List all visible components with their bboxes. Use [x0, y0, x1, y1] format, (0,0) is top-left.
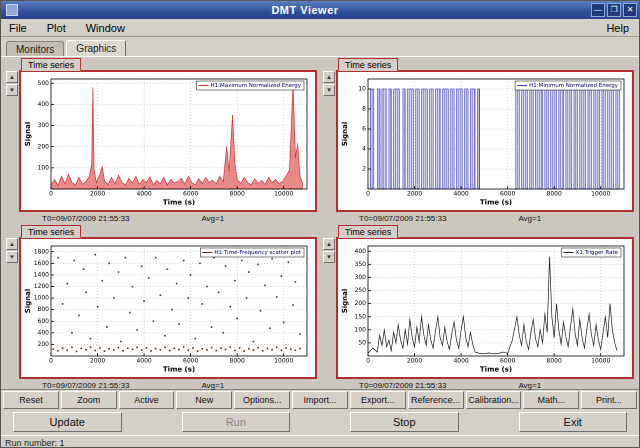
plot-area-trigger-rate[interactable] — [336, 237, 634, 379]
panel-tab-time-series[interactable]: Time series — [21, 58, 81, 71]
pan-down-button[interactable]: ▼ — [6, 251, 18, 263]
app-icon[interactable] — [6, 4, 18, 16]
active-button[interactable]: Active — [119, 391, 175, 409]
new-button[interactable]: New — [176, 391, 232, 409]
export-button[interactable]: Export... — [350, 391, 406, 409]
t0-label: T0=09/07/2009 21:55:33 — [359, 214, 446, 225]
plot-panel-4: Time series ▲ ▼ T0=09/07/2009 21:55:33 A… — [320, 225, 637, 392]
minimize-icon[interactable]: — — [591, 3, 605, 17]
menu-window[interactable]: Window — [84, 21, 127, 35]
import-button[interactable]: Import... — [292, 391, 348, 409]
avg-label: Avg=1 — [518, 214, 541, 225]
panel-side-controls: ▲ ▼ — [6, 237, 19, 379]
plot-panel-2: Time series ▲ ▼ T0=09/07/2009 21:55:33 A… — [320, 58, 637, 225]
plot-area-max-energy[interactable] — [19, 70, 317, 212]
chart-min-normalized-energy[interactable] — [338, 72, 632, 210]
panel-side-controls: ▲ ▼ — [323, 70, 336, 212]
plot-caption: T0=09/07/2009 21:55:33 Avg=1 — [6, 212, 317, 225]
title-bar: DMT Viewer — ❐ ✕ — [1, 1, 639, 19]
t0-label: T0=09/07/2009 21:55:33 — [42, 214, 129, 225]
menu-bar: File Plot Window Help — [1, 19, 639, 37]
window-title: DMT Viewer — [21, 4, 589, 16]
avg-label: Avg=1 — [201, 214, 224, 225]
plot-panel-3: Time series ▲ ▼ T0=09/07/2009 21:55:33 A… — [3, 225, 320, 392]
menu-file[interactable]: File — [7, 21, 29, 35]
reference-button[interactable]: Reference... — [408, 391, 464, 409]
chart-time-frequency-scatter[interactable] — [21, 239, 315, 377]
pan-down-button[interactable]: ▼ — [323, 251, 335, 263]
pan-down-button[interactable]: ▼ — [323, 84, 335, 96]
plot-area-tf-scatter[interactable] — [19, 237, 317, 379]
menu-plot[interactable]: Plot — [45, 21, 68, 35]
pan-up-button[interactable]: ▲ — [323, 238, 335, 250]
plot-caption: T0=09/07/2009 21:55:33 Avg=1 — [323, 212, 634, 225]
update-button[interactable]: Update — [13, 412, 122, 432]
chart-max-normalized-energy[interactable] — [21, 72, 315, 210]
chart-trigger-rate[interactable] — [338, 239, 632, 377]
panel-tab-time-series[interactable]: Time series — [21, 225, 81, 238]
menu-help[interactable]: Help — [604, 21, 631, 35]
options-button[interactable]: Options... — [234, 391, 290, 409]
plot-area-min-energy[interactable] — [336, 70, 634, 212]
maximize-icon[interactable]: ❐ — [607, 3, 621, 17]
calibration-button[interactable]: Calibration... — [466, 391, 522, 409]
plots-grid: Time series ▲ ▼ T0=09/07/2009 21:55:33 A… — [1, 56, 639, 390]
plot-panel-1: Time series ▲ ▼ T0=09/07/2009 21:55:33 A… — [3, 58, 320, 225]
panel-tab-time-series[interactable]: Time series — [338, 58, 398, 71]
zoom-button[interactable]: Zoom — [61, 391, 117, 409]
toolbar-row-2: Update Run Stop Exit — [1, 410, 639, 435]
math-button[interactable]: Math... — [523, 391, 579, 409]
tab-graphics[interactable]: Graphics — [66, 40, 126, 56]
pan-down-button[interactable]: ▼ — [6, 84, 18, 96]
tab-monitors[interactable]: Monitors — [6, 41, 64, 56]
stop-button[interactable]: Stop — [350, 412, 459, 432]
close-icon[interactable]: ✕ — [623, 3, 637, 17]
exit-button[interactable]: Exit — [519, 412, 628, 432]
pan-up-button[interactable]: ▲ — [6, 238, 18, 250]
reset-button[interactable]: Reset — [3, 391, 59, 409]
run-button: Run — [182, 412, 291, 432]
print-button[interactable]: Print... — [581, 391, 637, 409]
status-bar: Run number: 1 — [1, 435, 639, 448]
pan-up-button[interactable]: ▲ — [323, 71, 335, 83]
panel-side-controls: ▲ ▼ — [323, 237, 336, 379]
panel-tab-time-series[interactable]: Time series — [338, 225, 398, 238]
tab-bar: Monitors Graphics — [1, 37, 639, 56]
toolbar-row-1: Reset Zoom Active New Options... Import.… — [1, 390, 639, 410]
pan-up-button[interactable]: ▲ — [6, 71, 18, 83]
panel-side-controls: ▲ ▼ — [6, 70, 19, 212]
